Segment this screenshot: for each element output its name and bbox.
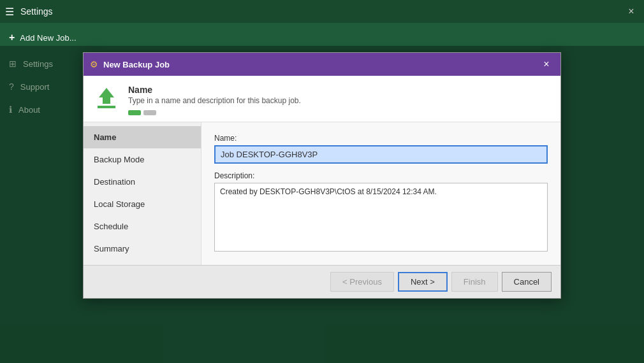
previous-button[interactable]: < Previous (330, 272, 394, 292)
svg-rect-1 (98, 106, 115, 108)
name-input[interactable] (214, 145, 548, 164)
app-body: + Add New Job... ⊞ Settings ? Support ℹ … (0, 23, 644, 363)
cancel-button[interactable]: Cancel (502, 272, 552, 292)
dialog-header-content: Name Type in a name and description for … (128, 85, 550, 115)
progress-dot-2 (143, 110, 156, 115)
svg-marker-0 (99, 88, 114, 104)
new-backup-job-dialog: ⚙ New Backup Job × Name Type in a name (83, 52, 561, 299)
wizard-step-summary[interactable]: Summary (84, 238, 201, 260)
dialog-body: Name Backup Mode Destination Local Stora… (84, 122, 560, 265)
app-window: ☰ Settings × + Add New Job... ⊞ Settings… (0, 0, 644, 363)
dialog-close-button[interactable]: × (539, 57, 554, 72)
title-bar: ☰ Settings × (0, 0, 644, 23)
dialog-title-bar: ⚙ New Backup Job × (84, 53, 560, 76)
finish-button[interactable]: Finish (451, 272, 498, 292)
next-button[interactable]: Next > (398, 272, 448, 292)
menu-icon[interactable]: ☰ (5, 6, 14, 18)
wizard-step-name[interactable]: Name (84, 126, 201, 148)
add-new-job-label: Add New Job... (20, 33, 76, 43)
progress-dot-1 (128, 110, 141, 115)
wizard-nav: Name Backup Mode Destination Local Stora… (84, 122, 201, 265)
wizard-step-backup-mode[interactable]: Backup Mode (84, 148, 201, 171)
app-close-button[interactable]: × (624, 4, 639, 19)
dialog-header-title: Name (128, 85, 550, 95)
app-title: Settings (20, 6, 624, 17)
dialog-title: New Backup Job (103, 60, 539, 69)
wizard-step-local-storage[interactable]: Local Storage (84, 193, 201, 215)
add-icon: + (9, 32, 15, 43)
progress-indicators (128, 110, 550, 115)
modal-overlay: ⚙ New Backup Job × Name Type in a name (0, 46, 644, 363)
name-field-label: Name: (214, 134, 548, 143)
wizard-step-destination[interactable]: Destination (84, 171, 201, 193)
description-textarea[interactable]: Created by DESKTOP-GGH8V3P\CtOS at 8/15/… (214, 183, 548, 252)
header-download-icon (94, 85, 119, 114)
dialog-title-icon: ⚙ (90, 59, 98, 69)
dialog-footer: < Previous Next > Finish Cancel (84, 265, 560, 298)
description-field-label: Description: (214, 171, 548, 180)
dialog-header-subtitle: Type in a name and description for this … (128, 96, 550, 105)
dialog-header: Name Type in a name and description for … (84, 76, 560, 122)
wizard-content: Name: Description: Created by DESKTOP-GG… (201, 122, 560, 265)
wizard-step-schedule[interactable]: Schedule (84, 215, 201, 238)
